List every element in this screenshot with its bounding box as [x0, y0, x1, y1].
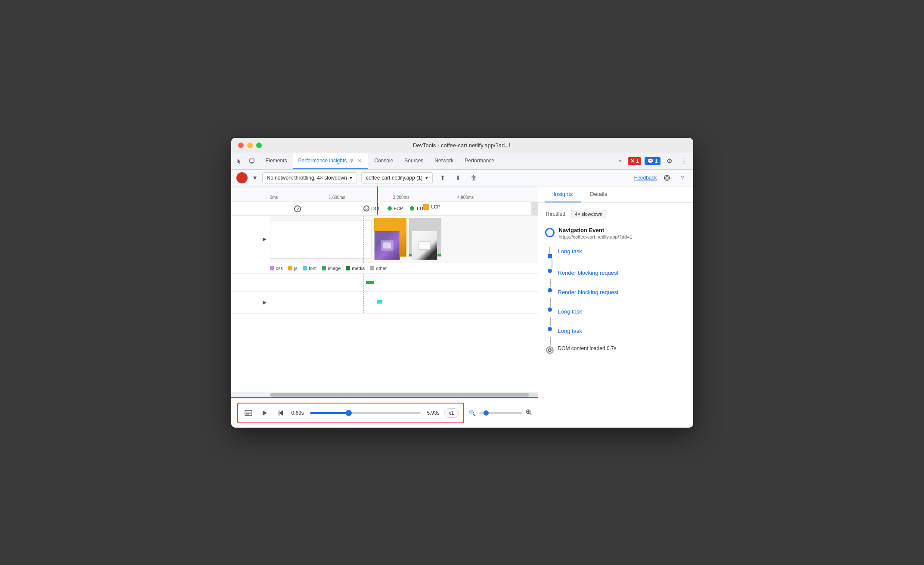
expand-row2[interactable]: ▶ [263, 299, 267, 305]
tab-elements[interactable]: Elements [260, 153, 292, 169]
ruler-mark-4800ms: 4,800ms [457, 195, 474, 200]
slider-thumb[interactable] [346, 410, 352, 416]
more-tabs-icon[interactable]: » [617, 156, 625, 166]
feedback-link[interactable]: Feedback [634, 175, 657, 181]
svg-line-13 [530, 413, 531, 415]
tab-performance-insights[interactable]: Performance insights 🎙 ✕ [293, 153, 369, 169]
nav-event: Navigation Event https://coffee-cart.net… [545, 227, 686, 239]
long-task-2-link[interactable]: Long task [558, 307, 582, 317]
scrollbar-thumb[interactable] [270, 393, 529, 397]
close-button[interactable] [238, 143, 244, 148]
tab-close-icon[interactable]: ✕ [357, 158, 363, 164]
svg-marker-9 [263, 410, 267, 416]
legend-font: font [303, 266, 316, 271]
legend-js: js [288, 266, 298, 271]
image-color [322, 266, 326, 270]
expand-screenshots[interactable]: ▶ [263, 236, 267, 242]
screenshot-thumb-1[interactable] [374, 231, 400, 260]
captions-button[interactable] [242, 407, 254, 419]
tab-console[interactable]: Console [369, 153, 398, 169]
maximize-button[interactable] [256, 143, 262, 148]
legend-image: image [322, 266, 341, 271]
zoom-slider[interactable] [479, 412, 522, 414]
render-blocking-2-link[interactable]: Render blocking request [558, 287, 619, 297]
settings-gear-icon[interactable] [661, 172, 673, 183]
nav-event-text: Navigation Event https://coffee-cart.net… [559, 227, 633, 239]
tab-performance[interactable]: Performance [459, 153, 499, 169]
speed-button[interactable]: x1 [444, 408, 459, 418]
tabbar-right: » ✕ 1 💬 1 ⚙ ⋮ [617, 155, 690, 167]
ruler-mark-0ms: 0ms [270, 195, 278, 200]
render-blocking-1-link[interactable]: Render blocking request [558, 268, 619, 278]
svg-point-3 [664, 175, 670, 180]
network-row-1 [231, 274, 538, 292]
panel-tabs: Insights Details [538, 186, 693, 203]
nav-event-circle [545, 228, 555, 237]
error-badge: ✕ 1 [628, 157, 641, 165]
css-color [270, 266, 274, 270]
upload-icon[interactable]: ⬆ [437, 172, 448, 183]
zoom-out-icon[interactable]: 🔍 [468, 410, 476, 416]
throttle-label: Throttled: [545, 211, 567, 217]
ruler-mark-3200ms: 3,200ms [393, 195, 409, 200]
playback-slider[interactable] [310, 412, 421, 414]
ruler-marks: 0ms 1,600ms 3,200ms 4,800ms [270, 191, 538, 200]
minimize-button[interactable] [247, 143, 253, 148]
time-end-label: 5.93s [427, 410, 439, 416]
zoom-in-icon[interactable] [526, 409, 532, 416]
legend-other: other [370, 266, 387, 271]
throttle-badge: 4× slowdown [571, 210, 606, 218]
long-task-1-link[interactable]: Long task [558, 246, 582, 256]
filmstrip-section: ▶ [231, 216, 538, 392]
legend-css: css [270, 266, 283, 271]
delete-icon[interactable]: 🗑 [468, 172, 479, 183]
download-icon[interactable]: ⬇ [453, 172, 464, 183]
skip-start-button[interactable] [275, 407, 287, 419]
markers-row: D D DCL FCP TTI [231, 202, 538, 216]
network-row-2: ▶ [231, 292, 538, 314]
record-button[interactable] [236, 172, 248, 183]
svg-rect-11 [279, 410, 279, 416]
timeline-resize-handle[interactable]: › [531, 202, 538, 215]
network-row1-content [270, 274, 538, 291]
titlebar: DevTools - coffee-cart.netlify.app/?ad=1 [231, 138, 693, 153]
svg-marker-10 [279, 410, 283, 416]
target-dropdown[interactable]: coffee-cart.netlify.app (1) ▾ [361, 172, 433, 183]
timeline-area: 0ms 1,600ms 3,200ms 4,800ms D D DCL [231, 186, 538, 428]
playback-controls: 0.69s 5.93s x1 🔍 [231, 397, 538, 428]
net-bar-green [366, 281, 374, 284]
play-button[interactable] [259, 407, 271, 419]
legend-media: media [346, 266, 365, 271]
long-task-3-link[interactable]: Long task [558, 326, 582, 336]
message-badge: 💬 1 [645, 157, 660, 165]
tabbar: Elements Performance insights 🎙 ✕ Consol… [231, 153, 693, 170]
tab-network[interactable]: Network [429, 153, 459, 169]
tab-insights[interactable]: Insights [545, 186, 582, 202]
window-title: DevTools - coffee-cart.netlify.app/?ad=1 [413, 142, 511, 149]
record-dropdown-icon[interactable]: ▾ [252, 173, 258, 183]
scrollbar-track [270, 393, 538, 397]
screenshot-thumb-2[interactable] [412, 231, 437, 260]
inspect-tool-icon[interactable] [247, 156, 257, 166]
more-options-icon[interactable]: ⋮ [679, 155, 690, 167]
svg-rect-1 [251, 163, 253, 164]
tab-details[interactable]: Details [581, 186, 616, 202]
tab-sources[interactable]: Sources [399, 153, 428, 169]
white-area-block [270, 220, 372, 259]
scrollbar-row [231, 392, 538, 397]
zoom-thumb[interactable] [484, 410, 489, 416]
right-panel: Insights Details Throttled: 4× slowdown … [538, 186, 693, 428]
throttle-row: Throttled: 4× slowdown [545, 210, 686, 218]
lcp-color-box [423, 204, 429, 210]
settings-icon[interactable]: ⚙ [664, 155, 675, 167]
dcl-item: D DCL [363, 205, 381, 211]
throttle-dropdown[interactable]: No network throttling, 4× slowdown ▾ [262, 172, 357, 183]
network-row2-label: ▶ [231, 292, 270, 313]
fcp-item: FCP [388, 206, 403, 211]
help-icon[interactable]: ? [677, 172, 688, 183]
nav-event-url: https://coffee-cart.netlify.app/?ad=1 [559, 234, 633, 239]
toolbar-right: Feedback ? [634, 172, 688, 183]
lcp-label: LCP [431, 204, 440, 209]
cursor-tool-icon[interactable] [235, 156, 245, 166]
time-start-label: 0.69s [291, 410, 304, 416]
